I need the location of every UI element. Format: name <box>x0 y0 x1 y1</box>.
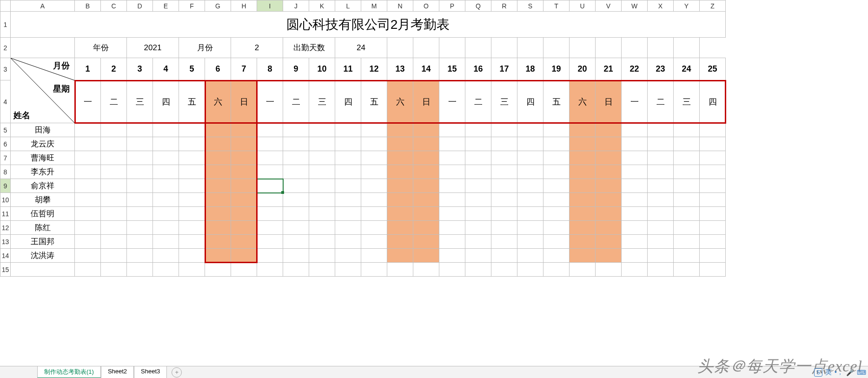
weekday-14[interactable]: 日 <box>413 80 439 123</box>
col-header-H[interactable]: H <box>231 0 257 12</box>
cell-Z14[interactable] <box>700 249 726 263</box>
cell-M5[interactable] <box>361 123 387 137</box>
cell-G9[interactable] <box>205 179 231 193</box>
cell-K12[interactable] <box>309 221 335 235</box>
month-label[interactable]: 月份 <box>179 38 231 58</box>
cell-T13[interactable] <box>543 235 570 249</box>
cell-E8[interactable] <box>153 165 179 179</box>
weekday-11[interactable]: 四 <box>335 80 361 123</box>
cell-M7[interactable] <box>361 151 387 165</box>
cell-U12[interactable] <box>570 221 596 235</box>
cell-M8[interactable] <box>361 165 387 179</box>
cell-blank-r2-3[interactable] <box>465 38 491 58</box>
cell-B9[interactable] <box>75 179 101 193</box>
cell-O12[interactable] <box>413 221 439 235</box>
name-cell-8[interactable]: 李东升 <box>11 165 75 179</box>
day-num-15[interactable]: 15 <box>439 58 465 80</box>
cell-T14[interactable] <box>543 249 570 263</box>
cell-F5[interactable] <box>179 123 205 137</box>
cell-blank-r2-6[interactable] <box>543 38 570 58</box>
cell-D11[interactable] <box>127 207 153 221</box>
cell-Q12[interactable] <box>465 221 491 235</box>
cell-B10[interactable] <box>75 193 101 207</box>
cell-L9[interactable] <box>335 179 361 193</box>
cell-blank-r2-5[interactable] <box>517 38 543 58</box>
cell-W13[interactable] <box>622 235 648 249</box>
cell-K7[interactable] <box>309 151 335 165</box>
weekday-13[interactable]: 六 <box>387 80 413 123</box>
cell-Z12[interactable] <box>700 221 726 235</box>
name-cell-11[interactable]: 伍哲明 <box>11 207 75 221</box>
col-header-R[interactable]: R <box>491 0 517 12</box>
cell-W8[interactable] <box>622 165 648 179</box>
cell-W10[interactable] <box>622 193 648 207</box>
name-cell-13[interactable]: 王国邦 <box>11 235 75 249</box>
cell-S15[interactable] <box>517 263 543 277</box>
day-num-23[interactable]: 23 <box>648 58 674 80</box>
name-cell-10[interactable]: 胡攀 <box>11 193 75 207</box>
cell-V8[interactable] <box>596 165 622 179</box>
cell-X7[interactable] <box>648 151 674 165</box>
cell-M14[interactable] <box>361 249 387 263</box>
cell-E10[interactable] <box>153 193 179 207</box>
cell-V11[interactable] <box>596 207 622 221</box>
row-header-10[interactable]: 10 <box>0 193 11 207</box>
cell-K15[interactable] <box>309 263 335 277</box>
cell-T6[interactable] <box>543 137 570 151</box>
cell-G11[interactable] <box>205 207 231 221</box>
cell-U11[interactable] <box>570 207 596 221</box>
day-num-2[interactable]: 2 <box>101 58 127 80</box>
cell-N6[interactable] <box>387 137 413 151</box>
cell-I5[interactable] <box>257 123 283 137</box>
cell-F14[interactable] <box>179 249 205 263</box>
weekday-3[interactable]: 三 <box>127 80 153 123</box>
cell-O14[interactable] <box>413 249 439 263</box>
day-num-19[interactable]: 19 <box>543 58 570 80</box>
cell-S12[interactable] <box>517 221 543 235</box>
row-header-11[interactable]: 11 <box>0 207 11 221</box>
cell-blank-r2-2[interactable] <box>439 38 465 58</box>
col-header-U[interactable]: U <box>570 0 596 12</box>
weekday-25[interactable]: 四 <box>700 80 726 123</box>
cell-H10[interactable] <box>231 193 257 207</box>
name-cell-5[interactable]: 田海 <box>11 123 75 137</box>
cell-H11[interactable] <box>231 207 257 221</box>
cell-E5[interactable] <box>153 123 179 137</box>
cell-K8[interactable] <box>309 165 335 179</box>
cell-Q6[interactable] <box>465 137 491 151</box>
cell-R6[interactable] <box>491 137 517 151</box>
name-cell-7[interactable]: 曹海旺 <box>11 151 75 165</box>
cell-C10[interactable] <box>101 193 127 207</box>
weekday-1[interactable]: 一 <box>75 80 101 123</box>
day-num-10[interactable]: 10 <box>309 58 335 80</box>
cell-F6[interactable] <box>179 137 205 151</box>
cell-Y10[interactable] <box>674 193 700 207</box>
cell-G7[interactable] <box>205 151 231 165</box>
cell-J9[interactable] <box>283 179 309 193</box>
day-num-18[interactable]: 18 <box>517 58 543 80</box>
cell-H12[interactable] <box>231 221 257 235</box>
cell-blank-r2-9[interactable] <box>622 38 648 58</box>
cell-J10[interactable] <box>283 193 309 207</box>
day-num-22[interactable]: 22 <box>622 58 648 80</box>
row-header-12[interactable]: 12 <box>0 221 11 235</box>
cell-M10[interactable] <box>361 193 387 207</box>
cell-I10[interactable] <box>257 193 283 207</box>
row-header-3[interactable]: 3 <box>0 58 11 80</box>
cell-Y11[interactable] <box>674 207 700 221</box>
weekday-15[interactable]: 一 <box>439 80 465 123</box>
cell-X14[interactable] <box>648 249 674 263</box>
cell-N14[interactable] <box>387 249 413 263</box>
cell-U7[interactable] <box>570 151 596 165</box>
cell-M9[interactable] <box>361 179 387 193</box>
cell-V12[interactable] <box>596 221 622 235</box>
row-header-15[interactable]: 15 <box>0 263 11 277</box>
cell-Q14[interactable] <box>465 249 491 263</box>
cell-R7[interactable] <box>491 151 517 165</box>
cell-blank-r2-0[interactable] <box>387 38 413 58</box>
cell-B15[interactable] <box>75 263 101 277</box>
cell-R11[interactable] <box>491 207 517 221</box>
cell-B7[interactable] <box>75 151 101 165</box>
weekday-6[interactable]: 六 <box>205 80 231 123</box>
cell-V7[interactable] <box>596 151 622 165</box>
